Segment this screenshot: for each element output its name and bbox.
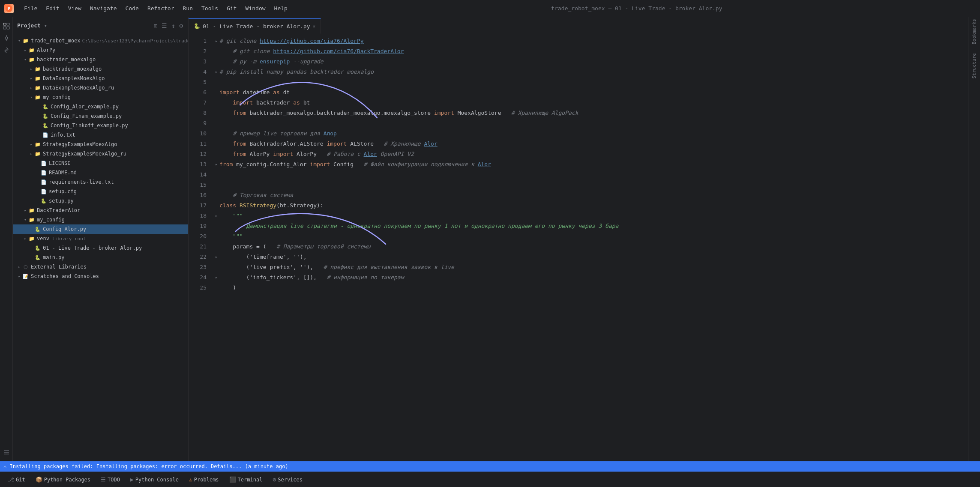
- code-token: as: [293, 98, 300, 108]
- folder-icon-stratexamples-ru: 📁: [34, 150, 41, 157]
- tree-main-py[interactable]: 🐍 main.py: [13, 253, 188, 262]
- menu-help[interactable]: Help: [271, 4, 291, 13]
- tree-readme[interactable]: 📄 README.md: [13, 168, 188, 177]
- tree-config-alor-example[interactable]: 🐍 Config_Alor_example.py: [13, 102, 188, 111]
- tree-external-libs[interactable]: ▸ ⬡ External Libraries: [13, 262, 188, 272]
- bottom-btn-terminal-label: Terminal: [238, 477, 263, 483]
- activity-commit-icon[interactable]: [1, 33, 12, 44]
- sidebar-icon-settings[interactable]: ⚙: [179, 21, 184, 30]
- svg-text:P: P: [8, 6, 10, 11]
- menu-git[interactable]: Git: [223, 4, 240, 13]
- tree-scratches[interactable]: ▸ 📝 Scratches and Consoles: [13, 272, 188, 281]
- sidebar-icon-collapse[interactable]: ☰: [161, 21, 168, 30]
- py-icon-main: 🐍: [34, 254, 41, 261]
- tree-dataexamples[interactable]: ▸ 📁 DataExamplesMoexAlgo: [13, 74, 188, 83]
- tab-close-button[interactable]: ✕: [312, 24, 315, 29]
- activity-structure-icon[interactable]: [1, 447, 12, 458]
- fold-gutter-18[interactable]: ▸: [213, 211, 219, 221]
- tree-label-live-trade: 01 - Live Trade - broker Alor.py: [43, 245, 142, 251]
- code-token: # Работа с: [327, 149, 364, 159]
- code-line-9: [213, 118, 968, 128]
- code-token: from: [233, 149, 246, 159]
- bottom-toolbar: ⎇ Git 📦 Python Packages ☰ TODO ▶ Python …: [0, 472, 980, 487]
- structure-label[interactable]: Structure: [971, 53, 977, 79]
- tree-setup-cfg[interactable]: 📄 setup.cfg: [13, 187, 188, 196]
- tree-backtrader-sub[interactable]: ▸ 📁 backtrader_moexalgo: [13, 64, 188, 74]
- sidebar-dropdown-icon[interactable]: ▾: [44, 23, 47, 29]
- md-icon-readme: 📄: [40, 169, 47, 176]
- bottom-btn-python-packages[interactable]: 📦 Python Packages: [31, 475, 95, 484]
- menu-code[interactable]: Code: [122, 4, 142, 13]
- menu-window[interactable]: Window: [242, 4, 269, 13]
- bottom-btn-todo[interactable]: ☰ TODO: [96, 475, 124, 484]
- code-token: Alor: [364, 149, 377, 159]
- sidebar-icon-sort[interactable]: ↕: [171, 21, 176, 30]
- fold-gutter-22[interactable]: ▸: [213, 252, 219, 262]
- library-root-label: library root: [52, 236, 86, 242]
- code-token: import: [434, 108, 454, 118]
- menu-run[interactable]: Run: [180, 4, 196, 13]
- fold-gutter-1[interactable]: ▸: [213, 36, 219, 46]
- tree-dataexamples-ru[interactable]: ▸ 📁 DataExamplesMoexAlgo_ru: [13, 83, 188, 93]
- tree-arrow-venv: ▸: [22, 236, 28, 242]
- tree-strategyexamples-ru[interactable]: ▸ 📁 StrategyExamplesMoexAlgo_ru: [13, 149, 188, 158]
- folder-icon: 📁: [22, 37, 29, 44]
- tree-myconfig2[interactable]: ▾ 📁 my_config: [13, 215, 188, 224]
- tree-root[interactable]: ▾ 📁 trade_robot_moex C:\Users\user123\Py…: [13, 36, 188, 45]
- code-token: Алор: [324, 128, 337, 139]
- tree-requirements[interactable]: 📄 requirements-live.txt: [13, 177, 188, 187]
- activity-project-icon[interactable]: [1, 21, 12, 32]
- tree-license[interactable]: 📄 LICENSE: [13, 158, 188, 168]
- activity-pullrequest-icon[interactable]: [1, 45, 12, 56]
- tree-config-finam[interactable]: 🐍 Config_Finam_example.py: [13, 111, 188, 121]
- code-editor[interactable]: ▸ # git clone https://github.com/cia76/A…: [210, 34, 968, 461]
- services-icon: ⚙: [273, 476, 276, 483]
- code-token: [219, 139, 233, 149]
- code-token: https://github.com/cia76/AlorPy: [260, 36, 364, 46]
- tree-arrow-dataexamples-ru: ▸: [28, 85, 34, 91]
- fold-gutter-4[interactable]: ▸: [213, 67, 219, 77]
- code-token: [219, 108, 233, 118]
- tree-backtrader[interactable]: ▾ 📁 backtrader_moexalgo: [13, 55, 188, 64]
- tree-setup-py[interactable]: 🐍 setup.py: [13, 196, 188, 206]
- menu-view[interactable]: View: [65, 4, 85, 13]
- sidebar-title: Project: [17, 22, 41, 29]
- code-line-20: """: [213, 231, 968, 242]
- tree-arrow-dataexamples: ▸: [28, 75, 34, 81]
- tree-config-alor-active[interactable]: 🐍 Config_Alor.py: [13, 224, 188, 234]
- code-token: import: [310, 159, 330, 170]
- tree-strategyexamples[interactable]: ▸ 📁 StrategyExamplesMoexAlgo: [13, 140, 188, 149]
- menu-refactor[interactable]: Refactor: [144, 4, 178, 13]
- bottom-btn-terminal[interactable]: ⬛ Terminal: [225, 475, 267, 484]
- project-tree: ▾ 📁 trade_robot_moex C:\Users\user123\Py…: [13, 34, 188, 461]
- bookmarks-label[interactable]: Bookmarks: [971, 19, 977, 45]
- bottom-btn-todo-label: TODO: [108, 477, 120, 483]
- menu-navigate[interactable]: Navigate: [87, 4, 120, 13]
- menu-file[interactable]: File: [21, 4, 41, 13]
- code-token: # git clone: [219, 36, 260, 46]
- menu-edit[interactable]: Edit: [42, 4, 63, 13]
- code-token: Config: [330, 159, 363, 170]
- code-line-8: from backtrader_moexalgo.backtrader_moex…: [213, 108, 968, 118]
- tree-alorpy[interactable]: ▸ 📁 AlorPy: [13, 45, 188, 55]
- tree-info-txt[interactable]: 📄 info.txt: [13, 130, 188, 140]
- bottom-btn-problems[interactable]: ⚠ Problems: [185, 475, 223, 484]
- folder-icon-backtraderalor: 📁: [28, 207, 35, 214]
- tree-backtraderalor[interactable]: ▸ 📁 BackTraderAlor: [13, 206, 188, 215]
- tree-myconfig[interactable]: ▾ 📁 my_config: [13, 93, 188, 102]
- code-token: [236, 200, 240, 211]
- bottom-btn-services[interactable]: ⚙ Services: [268, 475, 307, 484]
- tree-config-tinkoff[interactable]: 🐍 Config_Tinkoff_example.py: [13, 121, 188, 130]
- tree-venv[interactable]: ▸ 📁 venv library root: [13, 234, 188, 243]
- fold-gutter-24[interactable]: ▸: [213, 272, 219, 283]
- bottom-btn-python-console[interactable]: ▶ Python Console: [126, 475, 183, 484]
- tab-live-trade[interactable]: 🐍 01 - Live Trade - broker Alor.py ✕: [189, 18, 321, 34]
- menu-tools[interactable]: Tools: [198, 4, 222, 13]
- code-token: from: [219, 159, 233, 170]
- tree-label-alorpy: AlorPy: [37, 47, 55, 53]
- code-token: AlorPy: [246, 149, 273, 159]
- tree-live-trade[interactable]: 🐍 01 - Live Trade - broker Alor.py: [13, 243, 188, 253]
- bottom-btn-git[interactable]: ⎇ Git: [3, 475, 30, 484]
- fold-gutter-13[interactable]: ▸: [213, 159, 219, 170]
- sidebar-icon-layout[interactable]: ⊞: [153, 21, 158, 30]
